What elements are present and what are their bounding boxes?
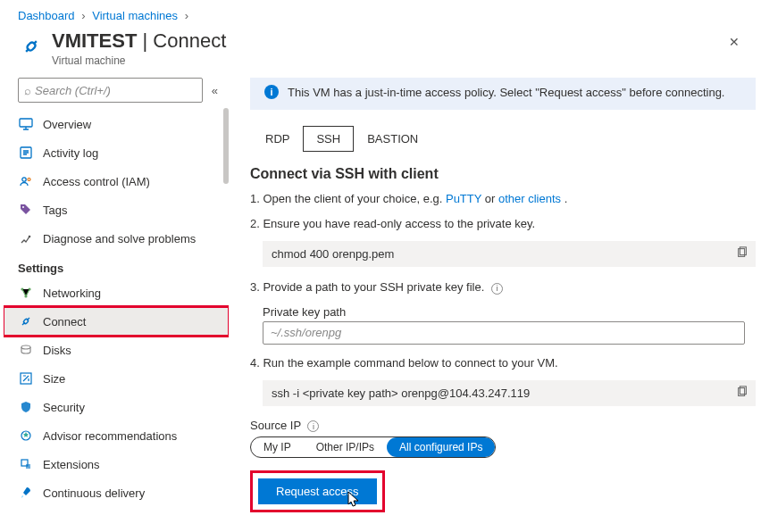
advisor-icon	[18, 428, 34, 444]
sidebar-item-security[interactable]: Security	[4, 393, 229, 421]
step-4-text: 4. Run the example command below to conn…	[250, 355, 756, 371]
ssh-command-box: ssh -i <private key path> orenpg@104.43.…	[263, 380, 756, 406]
step-3-text: 3. Provide a path to your SSH private ke…	[250, 279, 756, 295]
source-ip-segmented: My IP Other IP/IPs All configured IPs	[250, 436, 496, 458]
tag-icon	[18, 202, 34, 218]
info-icon[interactable]: i	[491, 283, 503, 295]
info-banner: i This VM has a just-in-time access poli…	[250, 78, 756, 110]
svg-point-2	[22, 178, 26, 181]
diagnose-icon	[18, 230, 34, 246]
sidebar-item-continuous-delivery[interactable]: Continuous delivery	[4, 478, 229, 507]
info-icon: i	[264, 85, 279, 99]
sidebar-scrollbar[interactable]	[222, 108, 230, 532]
sidebar-item-label: Disks	[43, 344, 71, 357]
sidebar-item-label: Networking	[43, 287, 101, 300]
chevron-right-icon: ›	[185, 9, 188, 22]
size-icon	[18, 370, 34, 387]
breadcrumb: Dashboard › Virtual machines ›	[0, 0, 761, 26]
step-1-text: 1. Open the client of your choice, e.g. …	[250, 191, 756, 207]
request-access-button[interactable]: Request access	[258, 478, 377, 504]
sidebar-item-label: Overview	[43, 118, 91, 131]
sidebar-group-settings: Settings	[18, 262, 229, 275]
svg-point-5	[29, 236, 31, 238]
request-access-highlight: Request access	[250, 470, 385, 512]
sidebar-item-activity-log[interactable]: Activity log	[4, 138, 229, 167]
sidebar-item-label: Activity log	[43, 146, 98, 160]
putty-link[interactable]: PuTTY	[446, 192, 481, 205]
tab-bastion[interactable]: BASTION	[354, 126, 431, 152]
sidebar-item-networking[interactable]: Networking	[4, 278, 229, 307]
info-banner-text: This VM has a just-in-time access policy…	[288, 86, 724, 99]
source-ip-my-ip[interactable]: My IP	[251, 437, 304, 457]
source-ip-other[interactable]: Other IP/IPs	[304, 437, 387, 457]
sidebar-item-advisor[interactable]: Advisor recommendations	[4, 421, 229, 450]
sidebar-item-size[interactable]: Size	[4, 364, 229, 393]
sidebar: ⌕ Search (Ctrl+/) « Overview Activity lo…	[0, 78, 229, 532]
info-icon[interactable]: i	[307, 420, 319, 432]
sidebar-item-label: Connect	[43, 315, 86, 328]
other-clients-link[interactable]: other clients	[498, 192, 561, 205]
sidebar-item-label: Advisor recommendations	[43, 429, 177, 443]
private-key-path-input[interactable]: ~/.ssh/orenpg	[263, 321, 745, 345]
extension-icon	[18, 456, 34, 472]
svg-point-3	[28, 179, 30, 181]
connect-plug-icon	[18, 313, 34, 329]
people-icon	[18, 173, 34, 189]
close-icon[interactable]: ✕	[729, 35, 740, 49]
chmod-command-text: chmod 400 orenpg.pem	[272, 247, 394, 261]
page-title: VMITEST | Connect	[52, 29, 226, 52]
tab-rdp[interactable]: RDP	[252, 126, 303, 152]
page-header: VMITEST | Connect Virtual machine ✕	[0, 26, 761, 78]
connect-plug-icon	[18, 33, 45, 60]
network-icon	[18, 285, 34, 301]
ssh-command-text: ssh -i <private key path> orenpg@104.43.…	[272, 387, 530, 400]
sidebar-item-extensions[interactable]: Extensions	[4, 450, 229, 478]
private-key-path-label: Private key path	[263, 305, 756, 319]
step-2-text: 2. Ensure you have read-only access to t…	[250, 216, 756, 232]
copy-icon[interactable]	[736, 246, 748, 262]
page-subtitle: Virtual machine	[52, 54, 226, 67]
disk-icon	[18, 342, 34, 358]
sidebar-item-access-control[interactable]: Access control (IAM)	[4, 167, 229, 195]
sidebar-item-label: Extensions	[43, 458, 100, 471]
sidebar-item-connect[interactable]: Connect	[4, 307, 229, 336]
search-icon: ⌕	[24, 84, 31, 97]
sidebar-item-label: Continuous delivery	[43, 486, 145, 500]
chmod-command-box: chmod 400 orenpg.pem	[263, 241, 756, 267]
collapse-sidebar-button[interactable]: «	[212, 84, 218, 97]
sidebar-item-tags[interactable]: Tags	[4, 195, 229, 224]
tab-ssh[interactable]: SSH	[303, 126, 354, 152]
sidebar-item-disks[interactable]: Disks	[4, 336, 229, 364]
svg-point-4	[22, 206, 24, 208]
svg-rect-0	[20, 119, 32, 127]
svg-point-9	[21, 345, 30, 349]
svg-rect-13	[26, 464, 30, 469]
shield-icon	[18, 399, 34, 415]
sidebar-item-label: Size	[43, 372, 65, 386]
monitor-icon	[18, 116, 34, 132]
sidebar-item-label: Access control (IAM)	[43, 175, 150, 188]
copy-icon[interactable]	[736, 386, 748, 401]
chevron-right-icon: ›	[81, 9, 85, 22]
breadcrumb-dashboard[interactable]: Dashboard	[18, 9, 75, 22]
activity-log-icon	[18, 145, 34, 161]
source-ip-all-configured[interactable]: All configured IPs	[387, 437, 495, 457]
sidebar-item-diagnose[interactable]: Diagnose and solve problems	[4, 224, 229, 253]
main-panel: i This VM has a just-in-time access poli…	[229, 78, 761, 532]
source-ip-label: Source IP i	[250, 419, 756, 433]
connection-tabs: RDP SSH BASTION	[252, 126, 756, 152]
sidebar-item-overview[interactable]: Overview	[4, 110, 229, 138]
sidebar-item-label: Diagnose and solve problems	[43, 232, 196, 245]
rocket-icon	[18, 485, 34, 501]
sidebar-item-label: Tags	[43, 204, 67, 217]
search-input[interactable]: ⌕ Search (Ctrl+/)	[18, 78, 203, 103]
sidebar-item-label: Security	[43, 401, 85, 414]
breadcrumb-virtual-machines[interactable]: Virtual machines	[92, 9, 178, 22]
section-heading: Connect via SSH with client	[250, 166, 756, 182]
